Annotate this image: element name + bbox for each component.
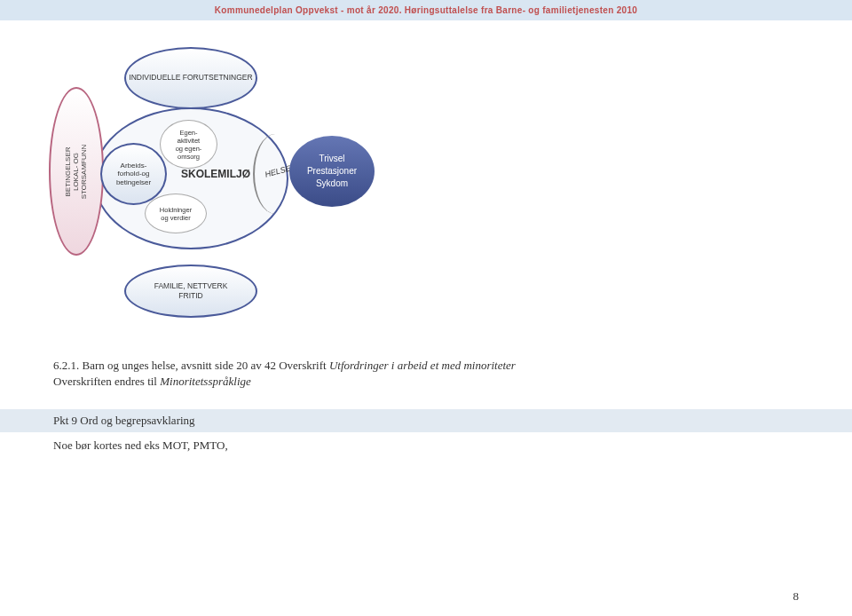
header-title: Kommunedelplan Oppvekst - mot år 2020. H… xyxy=(215,5,637,15)
body-line3: Noe bør kortes ned eks MOT, PMTO, xyxy=(53,438,228,452)
page-number: 8 xyxy=(793,589,800,604)
body-line2b: Minoritetsspråklige xyxy=(160,375,251,388)
label-familie: FAMILIE, NETTVERKFRITID xyxy=(154,281,228,301)
body-line1: 6.2.1. Barn og unges helse, avsnitt side… xyxy=(53,359,329,372)
diagram: BETINGELSERLOKAL- OGSTORSAMFUNN INDIVIDU… xyxy=(27,29,417,331)
ellipse-betingelser: BETINGELSERLOKAL- OGSTORSAMFUNN xyxy=(49,87,104,256)
label-holdninger: Holdningerog verdier xyxy=(160,206,192,222)
label-egen: Egen-aktivitetog egen-omsorg xyxy=(176,129,202,161)
page-number-value: 8 xyxy=(793,589,800,603)
section-heading-pkt9: Pkt 9 Ord og begrepsavklaring xyxy=(0,409,852,432)
ellipse-arbeid: Arbeids-forhold-ogbetingelser xyxy=(100,143,167,205)
body-paragraph-2: Noe bør kortes ned eks MOT, PMTO, xyxy=(0,432,852,454)
body-paragraph-1: 6.2.1. Barn og unges helse, avsnitt side… xyxy=(0,349,852,390)
section-heading-text: Pkt 9 Ord og begrepsavklaring xyxy=(53,414,195,427)
page-header: Kommunedelplan Oppvekst - mot år 2020. H… xyxy=(0,0,852,20)
body-line1-italic: Utfordringer i arbeid et med minoriteter xyxy=(329,359,516,372)
ellipse-trivsel: TrivselPrestasjonerSykdom xyxy=(289,136,375,207)
label-betingelser: BETINGELSERLOKAL- OGSTORSAMFUNN xyxy=(65,144,89,199)
label-trivsel: TrivselPrestasjonerSykdom xyxy=(307,153,357,190)
label-skolemiljo: SKOLEMILJØ xyxy=(167,161,264,187)
ellipse-familie: FAMILIE, NETTVERKFRITID xyxy=(124,265,257,318)
ellipse-individuelle: INDIVIDUELLE FORUTSETNINGER xyxy=(124,47,257,109)
body-line2a: Overskriften endres til xyxy=(53,375,160,388)
text-skolemiljo: SKOLEMILJØ xyxy=(181,168,250,180)
label-arbeid: Arbeids-forhold-ogbetingelser xyxy=(116,162,151,187)
label-individuelle: INDIVIDUELLE FORUTSETNINGER xyxy=(129,73,252,83)
ellipse-holdninger: Holdningerog verdier xyxy=(145,193,207,233)
label-helse: HELSE xyxy=(264,163,291,178)
